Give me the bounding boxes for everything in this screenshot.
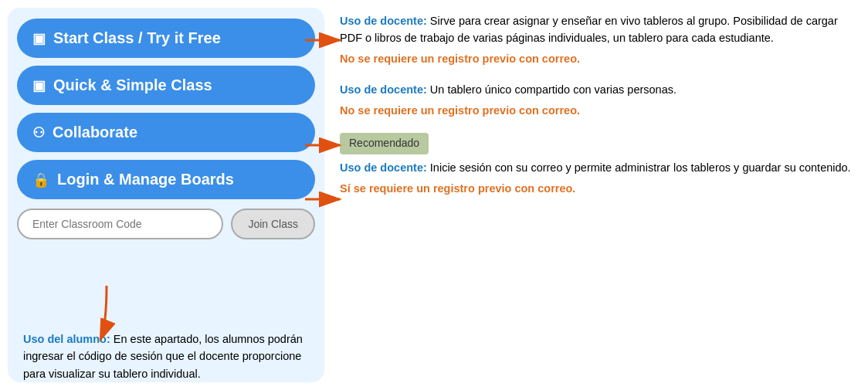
join-class-label: Join Class bbox=[248, 218, 298, 230]
login-icon: 🔒 bbox=[32, 171, 49, 188]
bottom-annotation: Uso del alumno: En este apartado, los al… bbox=[23, 331, 309, 382]
annotation-block-2: Uso de docente: Un tablero único compart… bbox=[340, 81, 860, 119]
login-manage-button[interactable]: 🔒 Login & Manage Boards bbox=[17, 160, 315, 199]
block2-text: Un tablero único compartido con varias p… bbox=[427, 83, 676, 96]
block1-label: Uso de docente: bbox=[340, 15, 427, 27]
start-class-icon: ▣ bbox=[32, 30, 46, 47]
collaborate-label: Collaborate bbox=[53, 124, 137, 141]
block3-text: Inicie sesión con su correo y permite ad… bbox=[427, 161, 851, 174]
bottom-label: Uso del alumno: bbox=[23, 333, 110, 345]
block1-note: No se requiere un registro previo con co… bbox=[340, 50, 860, 67]
collaborate-icon: ⚇ bbox=[32, 124, 45, 141]
quick-simple-button[interactable]: ▣ Quick & Simple Class bbox=[17, 66, 315, 105]
block2-label: Uso de docente: bbox=[340, 83, 427, 96]
login-manage-label: Login & Manage Boards bbox=[57, 171, 234, 188]
quick-simple-label: Quick & Simple Class bbox=[53, 76, 212, 94]
block3-note: Sí se requiere un registro previo con co… bbox=[340, 180, 860, 197]
left-panel: ▣ Start Class / Try it Free ▣ Quick & Si… bbox=[8, 8, 324, 382]
right-panel: Uso de docente: Sirve para crear asignar… bbox=[332, 8, 860, 382]
annotation-block-1: Uso de docente: Sirve para crear asignar… bbox=[340, 12, 860, 67]
join-class-button[interactable]: Join Class bbox=[231, 209, 315, 239]
quick-simple-icon: ▣ bbox=[32, 77, 46, 94]
start-class-label: Start Class / Try it Free bbox=[53, 29, 221, 47]
start-class-button[interactable]: ▣ Start Class / Try it Free bbox=[17, 19, 315, 58]
block2-note: No se requiere un registro previo con co… bbox=[340, 102, 860, 119]
classroom-code-input[interactable] bbox=[17, 209, 223, 239]
collaborate-button[interactable]: ⚇ Collaborate bbox=[17, 113, 315, 152]
block3-label: Uso de docente: bbox=[340, 161, 427, 174]
classroom-code-row: Join Class bbox=[17, 209, 315, 239]
annotation-block-3: Recomendado Uso de docente: Inicie sesió… bbox=[340, 133, 860, 197]
recomendado-badge: Recomendado bbox=[340, 133, 429, 154]
